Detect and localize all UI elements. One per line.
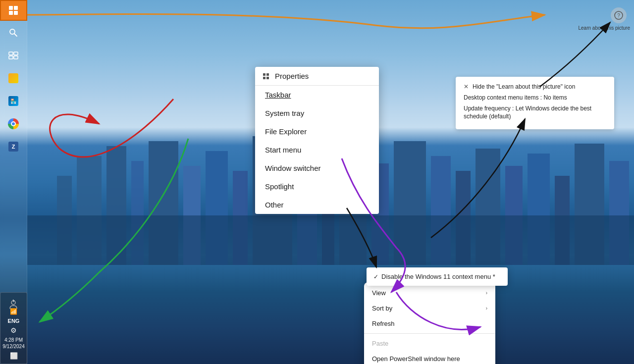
disable-win11-item[interactable]: ✓ Disable the Windows 11 context menu * (367, 269, 508, 284)
svg-rect-33 (266, 73, 269, 76)
chrome-icon (8, 118, 19, 129)
collapse-arrow[interactable]: › (5, 296, 23, 306)
properties-icon (262, 72, 270, 80)
learn-about-label: Learn about this picture (578, 25, 630, 31)
info-text-3: Update frequency : Let Windows decide th… (464, 104, 606, 121)
show-desktop-icon[interactable]: ⬜ (5, 351, 23, 361)
zeal-btn[interactable]: Z (3, 137, 23, 156)
win11-powershell-label: Open PowerShell window here (372, 355, 460, 363)
svg-rect-28 (14, 56, 18, 59)
win11-refresh-label: Refresh (372, 320, 395, 327)
svg-text:?: ? (617, 13, 620, 18)
menu-label-start-menu: Start menu (265, 146, 301, 154)
main-context-menu: Properties Taskbar System tray File Expl… (255, 67, 379, 214)
win11-powershell[interactable]: Open PowerShell window here (364, 351, 495, 364)
win11-paste: Paste (364, 336, 495, 351)
language-label: ENG (8, 318, 20, 324)
menu-label-other: Other (265, 201, 284, 209)
win11-context-menu: View › Sort by › Refresh Paste Open Powe… (364, 282, 495, 364)
chevron-right-icon: › (486, 306, 487, 311)
widgets-btn[interactable] (3, 68, 23, 88)
time-display: 4:28 PM 9/12/2024 (2, 337, 25, 350)
chevron-right-icon: › (486, 290, 487, 296)
menu-label-properties: Properties (275, 72, 309, 80)
search-icon-btn[interactable] (3, 23, 23, 43)
bottom-status-bar: › 📶 ENG ⚙ 4:28 PM 9/12/2024 ⬜ (0, 292, 27, 364)
info-row-2: Desktop context menu items : No items (464, 94, 606, 102)
info-row-3: Update frequency : Let Windows decide th… (464, 104, 606, 121)
signal-icon: 📶 (5, 307, 23, 317)
info-icon: ? (614, 11, 623, 20)
taskview-icon (8, 52, 18, 59)
win11-view-label: View (372, 289, 386, 297)
menu-item-system-tray[interactable]: System tray (255, 104, 379, 122)
learn-about-picture-icon[interactable]: ? (611, 7, 627, 23)
menu-item-properties[interactable]: Properties (255, 67, 379, 86)
menu-item-taskbar[interactable]: Taskbar (255, 86, 379, 104)
info-row-1: ✕ Hide the "Learn about this picture" ic… (464, 83, 606, 91)
windows-icon (9, 6, 18, 15)
zeal-icon: Z (8, 142, 18, 152)
info-box: ✕ Hide the "Learn about this picture" ic… (456, 77, 614, 129)
close-marker: ✕ (464, 83, 469, 91)
svg-rect-27 (9, 56, 13, 59)
info-text-2: Desktop context menu items : No items (464, 94, 567, 102)
widgets-icon (8, 73, 18, 83)
svg-rect-25 (9, 52, 13, 55)
chrome-btn[interactable] (3, 114, 23, 134)
win11-view[interactable]: View › (364, 285, 495, 301)
info-text-1: Hide the "Learn about this picture" icon (473, 83, 575, 91)
menu-label-file-explorer: File Explorer (265, 127, 307, 136)
settings-gear-icon[interactable]: ⚙ (5, 325, 23, 335)
date-text: 9/12/2024 (2, 343, 25, 350)
svg-line-24 (14, 34, 17, 36)
win11-sortby-label: Sort by (372, 305, 392, 312)
store-btn[interactable]: 🏪 (3, 91, 23, 111)
learn-label-text: Learn about this picture (578, 25, 630, 31)
search-icon (9, 28, 18, 37)
win11-paste-label: Paste (372, 340, 388, 347)
disable-context-menu: ✓ Disable the Windows 11 context menu * (367, 267, 508, 286)
store-icon: 🏪 (8, 96, 18, 106)
svg-rect-32 (263, 73, 265, 76)
taskview-btn[interactable] (3, 46, 23, 65)
start-button[interactable] (0, 0, 27, 21)
time-text: 4:28 PM (2, 337, 25, 343)
menu-label-spotlight: Spotlight (265, 182, 294, 191)
menu-label-system-tray: System tray (265, 109, 304, 117)
separator (364, 333, 495, 334)
menu-label-taskbar: Taskbar (265, 91, 291, 99)
menu-item-start-menu[interactable]: Start menu (255, 141, 379, 159)
win11-refresh[interactable]: Refresh (364, 316, 495, 331)
menu-item-spotlight[interactable]: Spotlight (255, 177, 379, 196)
menu-item-window-switcher[interactable]: Window switcher (255, 159, 379, 177)
checkmark-icon: ✓ (373, 273, 378, 280)
menu-item-file-explorer[interactable]: File Explorer (255, 122, 379, 141)
menu-item-other[interactable]: Other (255, 196, 379, 214)
menu-label-window-switcher: Window switcher (265, 164, 321, 172)
svg-rect-34 (263, 77, 265, 79)
svg-rect-26 (14, 52, 18, 55)
svg-rect-35 (266, 77, 269, 79)
win11-sort-by[interactable]: Sort by › (364, 301, 495, 316)
disable-label: Disable the Windows 11 context menu * (381, 273, 495, 280)
